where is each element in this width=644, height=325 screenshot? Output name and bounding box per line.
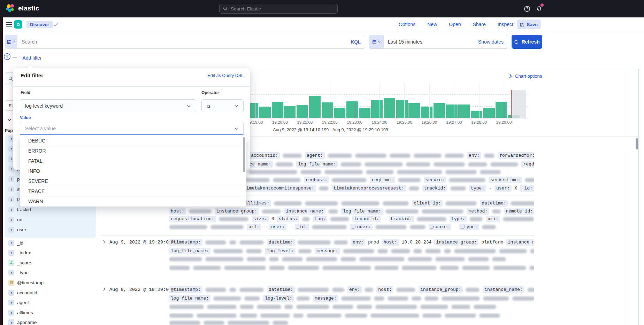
time-range-value[interactable]: Last 15 minutes — [384, 39, 478, 45]
redacted-value — [260, 314, 290, 318]
sidebar-field-user[interactable]: tuser — [8, 226, 26, 233]
space-avatar[interactable]: D — [14, 20, 22, 29]
sidebar-field-_type[interactable]: t_type — [8, 269, 29, 276]
histogram-bar[interactable] — [446, 105, 458, 118]
value-option-info[interactable]: INFO — [20, 166, 246, 176]
value-option-trace[interactable]: TRACE — [20, 186, 246, 196]
notifications-icon[interactable] — [535, 5, 543, 13]
redacted-value — [343, 249, 374, 253]
doc-row-line[interactable]: log_file_name:log-level:message: — [169, 295, 534, 303]
doc-row-line[interactable]: @timestamp:datetime:env:host:instance_gr… — [169, 286, 534, 294]
chart-options-button[interactable]: Chart options — [508, 73, 542, 79]
menu-icon[interactable] — [6, 21, 13, 28]
doc-row-line[interactable] — [169, 256, 534, 264]
gridline — [479, 83, 480, 118]
saved-query-menu-button[interactable] — [5, 35, 17, 49]
doc-row-line[interactable]: url:-user:-_id:_index:_score:-_type: — [169, 224, 534, 231]
global-search-input[interactable]: Search Elastic — [219, 4, 338, 14]
histogram-bar[interactable] — [396, 100, 408, 118]
histogram-bar[interactable] — [371, 100, 383, 118]
expand-row-icon[interactable] — [102, 287, 106, 291]
histogram-bar[interactable] — [471, 111, 482, 118]
redacted-value — [328, 209, 338, 214]
histogram-bar[interactable] — [408, 103, 420, 118]
doc-row-line[interactable] — [169, 313, 534, 320]
number-field-icon: # — [8, 260, 14, 266]
sidebar-field-@timestamp[interactable]: @timestamp — [8, 279, 44, 286]
histogram-bar[interactable] — [434, 103, 445, 118]
toolbar-link-inspect[interactable]: Inspect — [498, 22, 513, 27]
histogram-bar[interactable] — [483, 108, 495, 118]
value-option-error[interactable]: ERROR — [20, 146, 246, 156]
add-filter-link[interactable]: + Add filter — [18, 55, 42, 61]
date-picker[interactable]: Last 15 minutes Show dates — [369, 35, 508, 49]
redacted-value — [332, 305, 353, 309]
sidebar-field-_score[interactable]: #_score — [8, 259, 31, 266]
sidebar-field-agent[interactable]: tagent — [8, 299, 29, 306]
help-icon[interactable]: ? — [523, 5, 531, 13]
value-combobox[interactable]: Select a value — [20, 122, 244, 135]
doc-row-line[interactable] — [169, 320, 534, 325]
dropdown-scrollbar[interactable] — [243, 137, 245, 172]
toolbar-link-open[interactable]: Open — [449, 22, 461, 27]
histogram-bar[interactable] — [309, 96, 321, 118]
operator-select[interactable]: is — [201, 99, 244, 112]
histogram-bar[interactable] — [384, 98, 395, 118]
toolbar-link-new[interactable]: New — [427, 22, 437, 27]
histogram-bar[interactable] — [259, 107, 271, 118]
histogram-bar[interactable] — [346, 101, 358, 118]
value-option-fatal[interactable]: FATAL — [20, 156, 246, 166]
sidebar-field-uri[interactable]: turi — [8, 216, 22, 223]
sidebar-field-alltimes[interactable]: talltimes — [8, 309, 33, 316]
doc-row-line[interactable]: host:instance_group:instance_name:log_fi… — [169, 208, 534, 216]
expand-row-icon[interactable] — [102, 240, 106, 244]
doc-row-line[interactable] — [169, 304, 534, 312]
toolbar-link-options[interactable]: Options — [399, 22, 415, 27]
redacted-value — [300, 170, 321, 174]
histogram-bar[interactable] — [322, 102, 333, 118]
sidebar-field-_index[interactable]: t_index — [8, 249, 31, 256]
sidebar-field-trackid[interactable]: ttrackid — [8, 206, 31, 213]
histogram-bar[interactable] — [359, 108, 370, 118]
elastic-logo[interactable]: elastic — [6, 3, 39, 13]
field-value: - — [264, 224, 267, 230]
query-language-button[interactable]: KQL — [351, 39, 361, 45]
refresh-button[interactable]: Refresh — [512, 35, 542, 49]
field-chip: reqhost: — [304, 177, 329, 183]
doc-row-line[interactable]: log_file_name:log-level:message: — [169, 248, 534, 255]
breadcrumb[interactable]: Discover — [26, 21, 53, 28]
table-scrollbar[interactable] — [636, 138, 638, 149]
doc-row-line[interactable]: @timestamp:datetime:env:prodhost:10.0.20… — [169, 239, 534, 247]
value-option-debug[interactable]: DEBUG — [20, 136, 246, 146]
histogram-bar[interactable] — [421, 107, 432, 118]
redacted-value — [529, 266, 534, 270]
date-picker-quick-menu[interactable] — [369, 35, 384, 48]
field-name: _type — [17, 270, 29, 275]
sidebar-field-appname[interactable]: tappname — [8, 319, 37, 325]
field-chip: instance_name: — [284, 208, 325, 215]
sidebar-field-_id[interactable]: t_id — [8, 239, 23, 246]
filter-menu-icon[interactable] — [3, 53, 11, 60]
value-option-warn[interactable]: WARN — [20, 196, 246, 207]
histogram-bar[interactable] — [334, 108, 345, 118]
toolbar-link-share[interactable]: Share — [473, 22, 486, 27]
redacted-value — [445, 170, 477, 174]
histogram-bar[interactable] — [272, 102, 283, 118]
edit-as-query-dsl-link[interactable]: Edit as Query DSL — [163, 73, 244, 78]
redacted-value — [408, 257, 432, 261]
value-option-severe[interactable]: SEVERE — [20, 176, 246, 186]
doc-row-line[interactable] — [169, 265, 534, 273]
histogram-bar[interactable] — [297, 105, 308, 118]
save-button[interactable]: Save — [517, 20, 541, 29]
show-dates-link[interactable]: Show dates — [478, 39, 508, 45]
sidebar-collapse-chevron-icon[interactable] — [7, 117, 12, 122]
doc-row-line[interactable]: requestlocation:size:0status:tag:tenanti… — [169, 216, 534, 223]
histogram-bar[interactable] — [458, 105, 470, 118]
field-value: - — [289, 224, 292, 230]
redacted-value — [288, 266, 319, 270]
sidebar-field-accountid[interactable]: taccountid — [8, 289, 37, 296]
histogram-bar[interactable] — [284, 106, 296, 118]
field-select[interactable]: log-level.keyword — [20, 99, 196, 112]
histogram-bar[interactable] — [496, 102, 507, 118]
query-search-input[interactable]: Search KQL — [17, 35, 365, 49]
